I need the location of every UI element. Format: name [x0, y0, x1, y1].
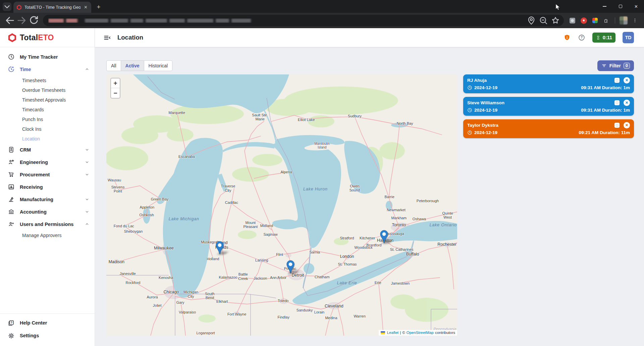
map-label-appleton: Appleton	[140, 205, 154, 209]
sidebar-item-label: Timesheet Approvals	[22, 97, 66, 103]
tab-close-icon[interactable]: ✕	[83, 5, 88, 10]
chevron-down-icon	[85, 172, 89, 177]
map-label-sheboygan: Sheboygan	[124, 229, 143, 234]
sidebar-item-overdue-timesheets[interactable]: Overdue Timesheets	[0, 85, 95, 95]
clock-icon	[467, 108, 472, 113]
session-name: RJ Ahuja	[467, 78, 487, 83]
map-label-woodstock: Woodstock	[355, 245, 373, 249]
session-name: Steve Williamson	[467, 100, 504, 105]
filter-label: Filter	[609, 63, 621, 68]
minimize-icon[interactable]	[597, 0, 612, 13]
sidebar-item-timesheet-approvals[interactable]: Timesheet Approvals	[0, 95, 95, 105]
tab-all[interactable]: All	[107, 61, 121, 71]
tab-active[interactable]: Active	[121, 61, 144, 71]
map[interactable]: MarquetteSault Ste. MarieElliot LakeSudb…	[106, 74, 457, 336]
zoom-in-button[interactable]: +	[111, 78, 120, 88]
map-attribution: Leaflet | © OpenStreetMap contributors	[379, 330, 457, 336]
bookmark-star-icon[interactable]	[550, 15, 560, 25]
reload-icon[interactable]	[28, 15, 40, 26]
sidebar-item-engineering[interactable]: Engineering	[0, 156, 95, 168]
sidebar-item-manage-approvers[interactable]: Manage Approvers	[0, 230, 95, 240]
map-label-lake-huron: Lake Huron	[303, 187, 328, 191]
stop-button[interactable]	[614, 100, 620, 105]
close-session-button[interactable]: ✕	[624, 100, 630, 106]
session-time-duration: 09:31 AM Duration: 1m	[581, 85, 630, 90]
stop-button[interactable]	[614, 78, 620, 83]
sidebar-item-users-and-permissions[interactable]: Users and Permissions	[0, 218, 95, 230]
sidebar-item-receiving[interactable]: Receiving	[0, 181, 95, 193]
stop-button[interactable]	[614, 123, 620, 128]
zoom-icon[interactable]	[538, 15, 548, 25]
tab-historical[interactable]: Historical	[144, 61, 172, 71]
browser-window: TotalETO - Time Tracking Geolo ✕ + ✕	[0, 0, 644, 346]
sidebar-item-manufacturing[interactable]: Manufacturing	[0, 193, 95, 206]
page-title: Location	[117, 34, 143, 41]
address-bar[interactable]	[43, 15, 564, 26]
map-marker-icon[interactable]	[215, 241, 224, 255]
extension-icon[interactable]	[567, 15, 577, 25]
user-avatar[interactable]: TD	[623, 32, 634, 43]
session-list: RJ Ahuja✕2024-12-1909:31 AM Duration: 1m…	[463, 74, 634, 336]
logo-hexagon-icon	[8, 33, 17, 42]
osm-link[interactable]: OpenStreetMap	[407, 331, 434, 335]
sidebar-item-label: Timecards	[22, 107, 44, 112]
photos-icon[interactable]	[590, 15, 600, 25]
sidebar-item-timesheets[interactable]: Timesheets	[0, 75, 95, 85]
redacted-url	[48, 18, 524, 23]
zoom-out-button[interactable]: −	[111, 88, 120, 98]
map-label-logansport: Logansport	[196, 331, 215, 335]
sidebar-item-label: Timesheets	[22, 78, 46, 83]
map-label-st-thomas: St. Thomas	[338, 262, 357, 266]
map-marker-icon[interactable]	[380, 230, 388, 244]
sidebar-item-clock-ins[interactable]: Clock Ins	[0, 124, 95, 134]
adblock-icon[interactable]	[579, 15, 589, 25]
map-label-markham: Markham	[391, 216, 407, 220]
timer-badge[interactable]: 0:11	[592, 33, 615, 43]
maximize-icon[interactable]	[612, 0, 628, 13]
tab-search-button[interactable]	[3, 2, 11, 11]
close-icon[interactable]: ✕	[628, 0, 644, 13]
tab-title: TotalETO - Time Tracking Geolo	[24, 5, 80, 10]
profile-avatar[interactable]	[619, 15, 629, 25]
close-session-button[interactable]: ✕	[624, 122, 630, 128]
svg-text:?: ?	[11, 321, 12, 324]
sidebar-item-crm[interactable]: CRM	[0, 143, 95, 156]
engineering-icon	[8, 159, 15, 166]
timer-value: 0:11	[603, 35, 612, 40]
sidebar-item-timecards[interactable]: Timecards	[0, 105, 95, 114]
sidebar-item-location[interactable]: Location	[0, 134, 95, 143]
sidebar-item-settings[interactable]: Settings	[0, 329, 95, 342]
sidebar-item-time[interactable]: Time	[0, 63, 95, 75]
sidebar-menu: My Time TrackerTimeTimesheetsOverdue Tim…	[0, 47, 95, 240]
sidebar-item-help-center[interactable]: ?Help Center	[0, 316, 95, 329]
menu-kebab-icon[interactable]	[630, 15, 640, 25]
back-icon[interactable]	[4, 15, 15, 26]
filter-button[interactable]: Filter 0	[597, 60, 634, 71]
leaflet-link[interactable]: Leaflet	[387, 331, 399, 335]
help-circle-icon[interactable]: ?	[578, 34, 585, 41]
map-label-st-catharines: St. Catharines	[390, 247, 414, 252]
app-logo[interactable]: TotalETO	[0, 28, 95, 47]
sidebar-item-punch-ins[interactable]: Punch Ins	[0, 114, 95, 124]
close-session-button[interactable]: ✕	[624, 77, 630, 83]
map-label-sudbury: Sudbury	[348, 114, 362, 118]
location-pin-icon[interactable]	[526, 15, 536, 25]
filter-count-badge: 0	[624, 63, 630, 69]
map-label-saginaw: Saginaw	[263, 232, 277, 236]
map-label-gary: Gary	[176, 300, 184, 305]
menu-open-icon[interactable]	[103, 34, 111, 42]
map-label-cadillac: Cadillac	[225, 200, 238, 205]
sidebar-item-procurement[interactable]: Procurement	[0, 168, 95, 181]
map-label-elliot-lake: Elliot Lake	[298, 117, 315, 122]
new-tab-button[interactable]: +	[94, 2, 103, 12]
sidebar-item-accounting[interactable]: Accounting	[0, 206, 95, 218]
session-card-taylor-dykstra[interactable]: Taylor Dykstra✕2024-12-1909:21 AM Durati…	[463, 119, 634, 138]
map-marker-icon[interactable]	[286, 260, 295, 274]
forward-icon[interactable]	[16, 15, 28, 26]
session-card-rj-ahuja[interactable]: RJ Ahuja✕2024-12-1909:31 AM Duration: 1m	[463, 74, 634, 93]
shield-alert-icon[interactable]	[563, 34, 571, 42]
sidebar-item-my-time-tracker[interactable]: My Time Tracker	[0, 51, 95, 63]
browser-tab[interactable]: TotalETO - Time Tracking Geolo ✕	[13, 2, 91, 13]
session-card-steve-williamson[interactable]: Steve Williamson✕2024-12-1909:31 AM Dura…	[463, 97, 634, 116]
puzzle-icon[interactable]	[601, 15, 611, 25]
